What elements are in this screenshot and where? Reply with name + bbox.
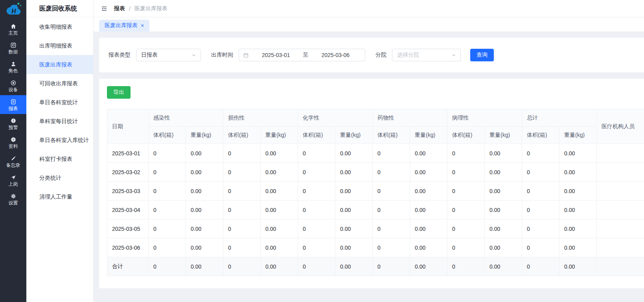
sub-col-header: 体积(箱) — [447, 127, 485, 144]
cell-value: 0 — [447, 219, 485, 238]
cell-institution — [597, 163, 644, 182]
cell-value: 0.00 — [559, 257, 597, 276]
rail-item-3[interactable]: 角色 — [0, 57, 26, 76]
cell-date: 合计 — [107, 257, 149, 276]
cell-institution — [597, 257, 644, 276]
submenu-item-9[interactable]: 分类统计 — [26, 168, 93, 187]
cell-value: 0.00 — [485, 238, 522, 257]
cell-value: 0 — [447, 144, 485, 163]
breadcrumb-section[interactable]: 报表 — [114, 5, 125, 12]
rail-item-4[interactable]: 设备 — [0, 76, 26, 95]
tab-close-icon[interactable]: × — [141, 23, 144, 28]
cell-value: 0 — [298, 163, 335, 182]
date-start-value[interactable]: 2025-03-01 — [250, 52, 302, 58]
submenu-item-3[interactable]: 医废出库报表 — [26, 55, 93, 74]
summary-row: 合计00.0000.0000.0000.0000.0000.00 — [107, 257, 644, 276]
breadcrumb-separator: / — [129, 6, 131, 12]
rail-item-1[interactable]: 主页 — [0, 20, 26, 39]
submenu-item-8[interactable]: 科室打卡报表 — [26, 149, 93, 168]
cell-value: 0 — [373, 163, 410, 182]
cell-value: 0 — [298, 144, 335, 163]
cell-value: 0 — [522, 182, 559, 201]
submenu-item-4[interactable]: 可回收出库报表 — [26, 74, 93, 93]
cell-value: 0.00 — [485, 257, 522, 276]
rail-item-6[interactable]: 预警 — [0, 114, 26, 133]
submenu-item-10[interactable]: 清理人工作量 — [26, 187, 93, 206]
sidebar-fold-icon[interactable] — [101, 5, 108, 12]
cell-value: 0.00 — [335, 219, 373, 238]
cell-date: 2025-03-03 — [107, 182, 149, 201]
data-icon — [10, 42, 17, 48]
table-row: 2025-03-0200.0000.0000.0000.0000.0000.00 — [107, 163, 644, 182]
cell-value: 0 — [522, 163, 559, 182]
rail-item-label: 预警 — [9, 125, 18, 130]
cell-value: 0.00 — [186, 182, 223, 201]
device-icon — [10, 80, 17, 86]
cell-value: 0.00 — [485, 182, 522, 201]
cell-value: 0.00 — [485, 163, 522, 182]
cell-value: 0.00 — [335, 144, 373, 163]
filter-bar: 报表类型 日报表 出库时间 2025-03-01 至 2025- — [99, 38, 644, 72]
cell-value: 0.00 — [335, 182, 373, 201]
cell-value: 0.00 — [186, 257, 223, 276]
rail-item-9[interactable]: 上岗 — [0, 171, 26, 190]
cell-value: 0 — [522, 201, 559, 219]
rail-item-7[interactable]: ?资料 — [0, 133, 26, 152]
cell-value: 0.00 — [410, 144, 447, 163]
cell-date: 2025-03-04 — [107, 201, 149, 219]
cell-value: 0 — [447, 257, 485, 276]
cell-value: 0 — [149, 201, 186, 219]
report-type-value: 日报表 — [141, 52, 191, 59]
sub-col-header: 重量(kg) — [261, 127, 298, 144]
cell-value: 0.00 — [410, 163, 447, 182]
rail-item-2[interactable]: 数据 — [0, 39, 26, 57]
cell-institution — [597, 201, 644, 219]
submenu-item-2[interactable]: 出库明细报表 — [26, 36, 93, 55]
table-body: 2025-03-0100.0000.0000.0000.0000.0000.00… — [107, 144, 644, 276]
sub-col-header: 重量(kg) — [485, 127, 522, 144]
report-type-select[interactable]: 日报表 — [136, 49, 201, 61]
cell-value: 0.00 — [559, 163, 597, 182]
date-end-value[interactable]: 2025-03-06 — [310, 52, 361, 58]
cell-value: 0 — [447, 163, 485, 182]
sub-col-header: 体积(箱) — [149, 127, 186, 144]
tab-medical-waste-outbound[interactable]: 医废出库报表 × — [99, 20, 149, 31]
date-range-input[interactable]: 2025-03-01 至 2025-03-06 — [239, 49, 365, 61]
rail-item-label: 主页 — [9, 31, 18, 35]
cell-value: 0 — [223, 201, 261, 219]
cell-value: 0 — [149, 238, 186, 257]
table-row: 2025-03-0100.0000.0000.0000.0000.0000.00 — [107, 144, 644, 163]
sub-col-header: 体积(箱) — [298, 127, 335, 144]
submenu-item-6[interactable]: 单科室每日统计 — [26, 112, 93, 131]
cell-value: 0.00 — [261, 163, 298, 182]
export-button[interactable]: 导出 — [107, 86, 131, 99]
sub-col-header: 重量(kg) — [335, 127, 373, 144]
cell-value: 0.00 — [186, 219, 223, 238]
submenu-item-5[interactable]: 单日各科室统计 — [26, 93, 93, 112]
cell-value: 0 — [298, 257, 335, 276]
table-row: 2025-03-0500.0000.0000.0000.0000.0000.00 — [107, 219, 644, 238]
cell-date: 2025-03-06 — [107, 238, 149, 257]
rail-item-5[interactable]: 报表 — [0, 95, 26, 114]
cell-value: 0 — [223, 257, 261, 276]
cell-value: 0 — [447, 238, 485, 257]
cell-value: 0 — [298, 201, 335, 219]
cell-value: 0 — [223, 163, 261, 182]
branch-select[interactable]: 选择分院 — [392, 49, 461, 61]
table-row: 2025-03-0400.0000.0000.0000.0000.0000.00 — [107, 201, 644, 219]
search-button[interactable]: 查询 — [470, 49, 494, 61]
cell-value: 0 — [373, 219, 410, 238]
rail-item-8[interactable]: 备忘录 — [0, 152, 26, 171]
submenu-item-7[interactable]: 单日各科室入库统计 — [26, 131, 93, 149]
calendar-icon — [243, 52, 249, 58]
cell-value: 0.00 — [485, 201, 522, 219]
submenu-item-1[interactable]: 收集明细报表 — [26, 17, 93, 36]
sub-col-header: 体积(箱) — [522, 127, 559, 144]
page-content: 报表类型 日报表 出库时间 2025-03-01 至 2025- — [94, 31, 644, 302]
cloud-logo-icon: H — [5, 1, 22, 18]
rail-item-10[interactable]: 设置 — [0, 190, 26, 208]
chevron-down-icon — [451, 52, 456, 58]
col-group-header-2: 损伤性 — [223, 109, 298, 127]
cell-value: 0 — [298, 219, 335, 238]
app-title: 医废回收系统 — [26, 0, 93, 17]
